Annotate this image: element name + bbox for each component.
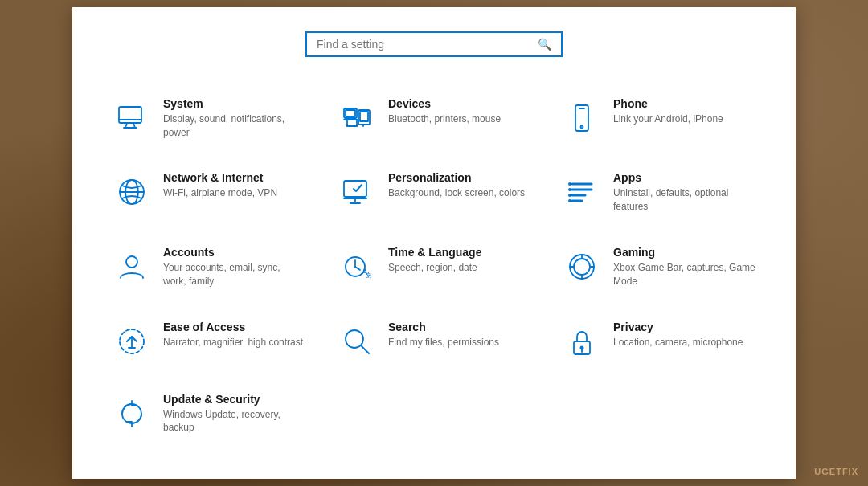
update-icon — [113, 394, 151, 433]
privacy-text: Privacy Location, camera, microphone — [613, 321, 755, 349]
ease-desc: Narrator, magnifier, high contrast — [163, 336, 305, 349]
setting-item-time[interactable]: A あ Time & Language Speech, region, date — [330, 234, 538, 300]
accounts-desc: Your accounts, email, sync, work, family — [163, 261, 305, 288]
accounts-title: Accounts — [163, 246, 305, 259]
svg-rect-8 — [360, 112, 368, 121]
setting-item-personalization[interactable]: Personalization Background, lock screen,… — [330, 159, 538, 226]
svg-rect-0 — [119, 107, 141, 123]
personalization-title: Personalization — [388, 171, 530, 184]
system-text: System Display, sound, notifications, po… — [163, 97, 305, 140]
search-desc: Find my files, permissions — [388, 336, 530, 349]
apps-text: Apps Uninstall, defaults, optional featu… — [613, 171, 755, 214]
devices-title: Devices — [388, 97, 530, 110]
gaming-icon — [563, 247, 601, 286]
accounts-text: Accounts Your accounts, email, sync, wor… — [163, 246, 305, 288]
setting-item-search[interactable]: Search Find my files, permissions — [330, 308, 538, 373]
system-desc: Display, sound, notifications, power — [163, 112, 305, 140]
setting-item-privacy[interactable]: Privacy Location, camera, microphone — [555, 308, 764, 373]
phone-title: Phone — [613, 97, 755, 110]
devices-desc: Bluetooth, printers, mouse — [388, 112, 530, 126]
privacy-icon — [563, 322, 601, 361]
devices-icon — [338, 99, 376, 137]
setting-item-ease[interactable]: Ease of Access Narrator, magnifier, high… — [104, 308, 313, 373]
update-text: Update & Security Windows Update, recove… — [163, 393, 305, 435]
network-icon — [113, 173, 151, 211]
network-desc: Wi-Fi, airplane mode, VPN — [163, 186, 305, 200]
apps-desc: Uninstall, defaults, optional features — [613, 186, 755, 214]
devices-text: Devices Bluetooth, printers, mouse — [388, 97, 530, 126]
search-bar: 🔍 — [305, 31, 563, 57]
phone-desc: Link your Android, iPhone — [613, 112, 755, 126]
setting-item-system[interactable]: System Display, sound, notifications, po… — [104, 85, 313, 152]
network-title: Network & Internet — [163, 171, 305, 184]
personalization-desc: Background, lock screen, colors — [388, 186, 530, 200]
search-bar-container: 🔍 — [104, 31, 764, 57]
accounts-icon — [113, 247, 151, 286]
svg-text:あ: あ — [366, 272, 372, 279]
system-title: System — [163, 97, 305, 110]
setting-item-update[interactable]: Update & Security Windows Update, recove… — [104, 381, 313, 447]
update-desc: Windows Update, recovery, backup — [163, 408, 305, 435]
settings-grid: System Display, sound, notifications, po… — [104, 85, 764, 447]
time-text: Time & Language Speech, region, date — [388, 246, 530, 275]
ease-title: Ease of Access — [163, 321, 305, 333]
setting-item-network[interactable]: Network & Internet Wi-Fi, airplane mode,… — [104, 159, 313, 226]
svg-rect-6 — [346, 110, 355, 116]
svg-point-16 — [581, 125, 583, 128]
network-text: Network & Internet Wi-Fi, airplane mode,… — [163, 171, 305, 200]
apps-icon — [563, 173, 601, 211]
search-text: Search Find my files, permissions — [388, 321, 530, 349]
gaming-title: Gaming — [613, 246, 755, 259]
search-title: Search — [388, 321, 530, 333]
privacy-desc: Location, camera, microphone — [613, 336, 755, 349]
time-desc: Speech, region, date — [388, 261, 530, 275]
setting-item-accounts[interactable]: Accounts Your accounts, email, sync, wor… — [104, 234, 313, 300]
svg-point-39 — [574, 259, 590, 275]
phone-text: Phone Link your Android, iPhone — [613, 97, 755, 126]
search-icon: 🔍 — [538, 38, 551, 51]
privacy-title: Privacy — [613, 321, 755, 333]
svg-rect-20 — [344, 181, 366, 197]
setting-item-gaming[interactable]: Gaming Xbox Game Bar, captures, Game Mod… — [555, 234, 764, 300]
setting-item-devices[interactable]: Devices Bluetooth, printers, mouse — [330, 85, 538, 152]
ease-icon — [113, 322, 151, 361]
setting-item-phone[interactable]: Phone Link your Android, iPhone — [555, 85, 764, 152]
time-title: Time & Language — [388, 246, 530, 259]
apps-title: Apps — [613, 171, 755, 184]
setting-item-apps[interactable]: Apps Uninstall, defaults, optional featu… — [555, 159, 764, 226]
ease-text: Ease of Access Narrator, magnifier, high… — [163, 321, 305, 349]
gaming-desc: Xbox Game Bar, captures, Game Mode — [613, 261, 755, 288]
svg-line-47 — [361, 345, 369, 353]
settings-window: 🔍 System Display, sound, notifications, … — [72, 7, 796, 479]
search-input[interactable] — [317, 38, 538, 51]
svg-line-35 — [355, 267, 360, 270]
update-title: Update & Security — [163, 393, 305, 406]
search-settings-icon — [338, 322, 376, 361]
system-icon — [113, 99, 151, 137]
gaming-text: Gaming Xbox Game Bar, captures, Game Mod… — [613, 246, 755, 288]
personalization-icon — [338, 173, 376, 211]
time-icon: A あ — [338, 247, 376, 286]
phone-icon — [563, 99, 601, 137]
personalization-text: Personalization Background, lock screen,… — [388, 171, 530, 200]
watermark: UGETFIX — [814, 467, 858, 476]
svg-point-32 — [126, 256, 137, 268]
